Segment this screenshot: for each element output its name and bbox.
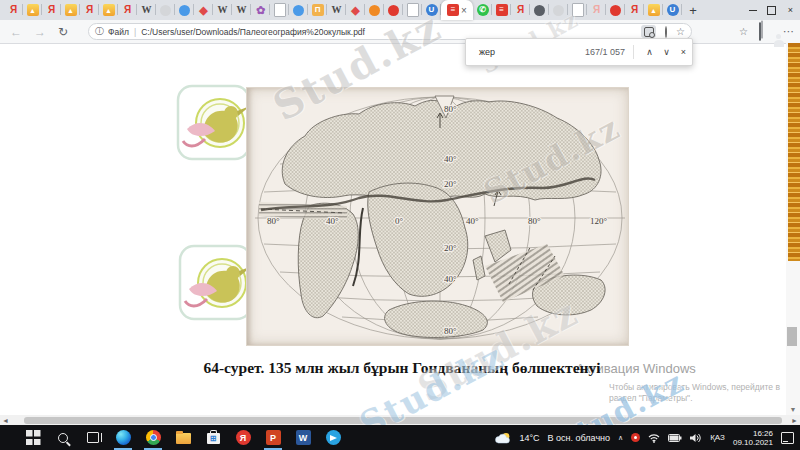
maximize-icon [767, 6, 776, 15]
settings-menu-button[interactable]: ⋯ [783, 25, 794, 38]
taskbar-telegram-button[interactable] [318, 425, 348, 450]
tab[interactable]: Я [42, 0, 61, 20]
tab-close-button[interactable]: × [461, 5, 467, 16]
tab[interactable]: W [327, 0, 346, 20]
find-next-button[interactable]: ∨ [658, 47, 675, 57]
vertical-scrollbar[interactable]: ▼ [786, 43, 800, 415]
tab[interactable] [156, 0, 175, 20]
find-close-button[interactable]: × [675, 47, 692, 57]
horizontal-scrollbar-thumb[interactable] [24, 417, 782, 424]
wikipedia-favicon: W [330, 4, 343, 17]
wifi-icon[interactable] [648, 433, 660, 443]
maximize-button[interactable] [762, 0, 781, 20]
activation-hint: Чтобы активировать Windows, перейдите в … [609, 382, 794, 404]
document-favicon [572, 3, 584, 17]
find-query[interactable]: жер [479, 47, 495, 57]
taskbar-powerpoint-button[interactable]: P [258, 425, 288, 450]
volume-icon[interactable] [690, 433, 702, 443]
tab[interactable]: ▲ [99, 0, 118, 20]
taskbar-edge-button[interactable] [108, 425, 138, 450]
tab[interactable]: ✿ [251, 0, 270, 20]
yandex-pale-favicon: Я [590, 4, 603, 17]
taskbar-search-button[interactable] [48, 425, 78, 450]
tab[interactable]: U [663, 0, 682, 20]
find-previous-button[interactable]: ∧ [641, 47, 658, 57]
weather-icon[interactable] [495, 432, 512, 444]
forward-button[interactable]: → [34, 25, 46, 39]
studkz-logo-watermark [177, 243, 255, 327]
weather-temp[interactable]: 14°C [520, 433, 540, 443]
tab[interactable] [270, 0, 289, 20]
tab[interactable]: ▲ [61, 0, 80, 20]
keyboard-language[interactable]: ҚАЗ [710, 433, 725, 442]
tab[interactable] [289, 0, 308, 20]
tab[interactable] [384, 0, 403, 20]
scroll-left-arrow[interactable]: ◄ [2, 415, 9, 425]
tab[interactable]: W [137, 0, 156, 20]
tab[interactable]: Я [587, 0, 606, 20]
add-favorite-button[interactable]: ☆ [676, 27, 685, 37]
tab[interactable]: Я [511, 0, 530, 20]
orange-site-favicon [369, 5, 380, 16]
horizontal-scrollbar[interactable]: ◄ ► [0, 415, 800, 425]
tab[interactable]: Я [625, 0, 644, 20]
visual-search-button[interactable] [641, 25, 656, 38]
zoom-button[interactable] [665, 27, 667, 37]
orange-tile-site-favicon: П [312, 4, 324, 16]
tab[interactable] [549, 0, 568, 20]
file-explorer-icon [176, 433, 191, 444]
taskbar-file-explorer-button[interactable] [168, 425, 198, 450]
tab[interactable]: U [422, 0, 441, 20]
taskbar-yandex-browser-button[interactable]: Я [228, 425, 258, 450]
vertical-scrollbar-thumb[interactable] [787, 327, 797, 346]
tab[interactable]: ▲ [644, 0, 663, 20]
scroll-right-arrow[interactable]: ► [791, 415, 798, 425]
tab[interactable]: Я [118, 0, 137, 20]
active-tab[interactable]: ≡× [441, 0, 473, 20]
tab[interactable] [530, 0, 549, 20]
address-url[interactable]: C:/Users/user/Downloads/Палеогеография%2… [141, 27, 365, 37]
wikipedia-favicon: W [216, 4, 229, 17]
tab[interactable] [365, 0, 384, 20]
tab[interactable]: W [232, 0, 251, 20]
collections-button[interactable] [759, 23, 761, 41]
minimize-button[interactable] [743, 0, 762, 20]
tray-clock[interactable]: 16:26 09.10.2021 [733, 429, 773, 447]
tab[interactable] [403, 0, 422, 20]
reload-button[interactable]: ↻ [58, 25, 68, 39]
tab[interactable] [175, 0, 194, 20]
scroll-down-arrow[interactable]: ▼ [786, 406, 800, 413]
tab[interactable]: ✆ [473, 0, 492, 20]
action-center-icon[interactable] [781, 432, 794, 444]
battery-icon[interactable] [668, 434, 682, 442]
close-button[interactable]: × [781, 0, 800, 20]
weather-condition[interactable]: В осн. облачно [548, 433, 610, 443]
screen: Я▲Я▲Я▲ЯW◆WW✿ПW◆U≡×✆≡ЯЯЯ▲U+ × ← → ↻ ⓘ Фай… [0, 0, 800, 450]
tab[interactable]: ◆ [194, 0, 213, 20]
taskbar-start-button[interactable] [18, 425, 48, 450]
tab[interactable]: Я [80, 0, 99, 20]
favorites-hub-button[interactable]: ☆ [739, 27, 748, 37]
taskbar-word-button[interactable]: W [288, 425, 318, 450]
tab[interactable]: П [308, 0, 327, 20]
tab[interactable] [606, 0, 625, 20]
svg-text:80°: 80° [528, 216, 541, 226]
file-info-icon[interactable]: ⓘ [95, 25, 104, 38]
taskbar-chrome-button[interactable] [138, 425, 168, 450]
tray-expand-chevron[interactable]: ∧ [618, 434, 623, 442]
svg-text:40°: 40° [466, 216, 479, 226]
tab[interactable]: Я [4, 0, 23, 20]
new-tab-button[interactable]: + [682, 0, 704, 20]
back-button[interactable]: ← [10, 25, 22, 39]
tab[interactable]: ▲ [23, 0, 42, 20]
tab-strip: Я▲Я▲Я▲ЯW◆WW✿ПW◆U≡×✆≡ЯЯЯ▲U+ × [0, 0, 800, 20]
tab[interactable]: ◆ [346, 0, 365, 20]
taskbar: ⊞ЯPW 14°C В осн. облачно ∧ [0, 425, 800, 450]
start-icon [26, 430, 41, 445]
tab[interactable]: ≡ [492, 0, 511, 20]
recording-tray-icon[interactable] [631, 433, 640, 442]
taskbar-task-view-button[interactable] [78, 425, 108, 450]
taskbar-store-button[interactable]: ⊞ [198, 425, 228, 450]
tab[interactable] [568, 0, 587, 20]
tab[interactable]: W [213, 0, 232, 20]
